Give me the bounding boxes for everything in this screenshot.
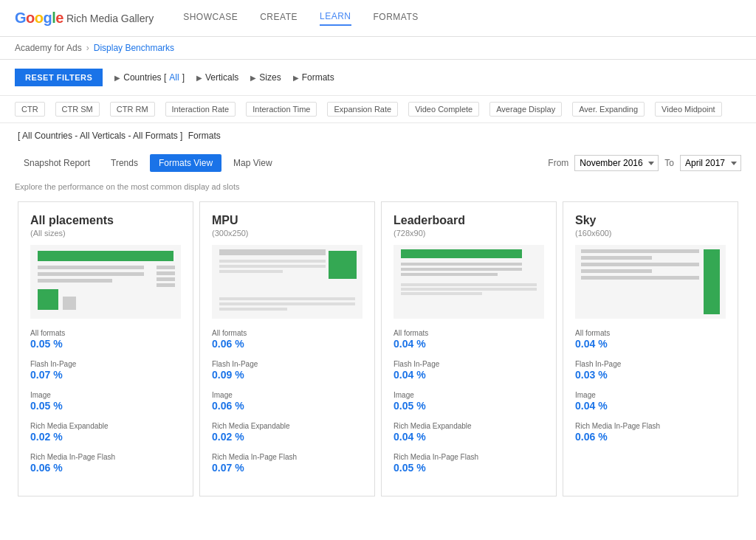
- stat-group-2-1: Flash In-Page 0.04 %: [394, 360, 544, 381]
- nav-create[interactable]: CREATE: [260, 12, 298, 25]
- subnav-snapshot[interactable]: Snapshot Report: [15, 154, 99, 172]
- card-title-2: Leaderboard: [394, 214, 544, 227]
- date-range: From November 2016 To April 2017: [548, 155, 741, 171]
- date-from-select[interactable]: November 2016: [574, 155, 659, 171]
- stat-group-2-0: All formats 0.04 %: [394, 329, 544, 350]
- stat-group-3-1: Flash In-Page 0.03 %: [575, 360, 726, 381]
- stat-group-0-2: Image 0.05 %: [30, 391, 181, 412]
- card-subtitle-2: (728x90): [394, 229, 544, 238]
- stat-group-3-3: Rich Media In-Page Flash 0.06 %: [575, 422, 726, 443]
- stat-label-3-0: All formats: [575, 329, 726, 337]
- subnav-map-view[interactable]: Map View: [224, 154, 281, 172]
- stat-label-1-2: Image: [212, 391, 362, 399]
- card-subtitle-0: (All sizes): [30, 229, 181, 238]
- stat-label-0-1: Flash In-Page: [30, 360, 181, 368]
- filter-verticals[interactable]: ▶ Verticals: [196, 72, 238, 83]
- google-logo: Google: [15, 10, 63, 27]
- stat-label-2-3: Rich Media Expandable: [394, 422, 544, 430]
- arrow-icon: ▶: [114, 74, 120, 82]
- arrow-icon-s: ▶: [250, 74, 256, 82]
- card-title-1: MPU: [212, 214, 362, 227]
- ad-mockup-3: [575, 245, 726, 319]
- stat-value-2-0: 0.04 %: [394, 338, 544, 350]
- stat-value-1-1: 0.09 %: [212, 369, 362, 381]
- filter-summary: [ All Countries - All Verticals - All Fo…: [0, 123, 756, 148]
- stat-label-1-3: Rich Media Expandable: [212, 422, 362, 430]
- stat-label-2-1: Flash In-Page: [394, 360, 544, 368]
- stat-label-1-0: All formats: [212, 329, 362, 337]
- filter-countries-value: All: [169, 72, 179, 83]
- stat-label-0-3: Rich Media Expandable: [30, 422, 181, 430]
- stat-group-0-0: All formats 0.05 %: [30, 329, 181, 350]
- date-from-label: From: [548, 158, 568, 168]
- stat-label-3-1: Flash In-Page: [575, 360, 726, 368]
- filter-countries-label: Countries [: [123, 72, 166, 83]
- stat-value-1-0: 0.06 %: [212, 338, 362, 350]
- metric-expansion-rate[interactable]: Expansion Rate: [327, 102, 398, 117]
- filter-formats-label: Formats: [302, 72, 334, 83]
- card-all-placements: All placements (All sizes) All formats 0…: [18, 201, 193, 496]
- stat-value-0-3: 0.02 %: [30, 431, 181, 443]
- metric-video-midpoint[interactable]: Video Midpoint: [655, 102, 722, 117]
- stat-value-0-4: 0.06 %: [30, 462, 181, 474]
- card-mpu: MPU (300x250) All formats 0.06 % Flash I…: [199, 201, 375, 496]
- metric-ctrrm[interactable]: CTR RM: [110, 102, 155, 117]
- filter-countries[interactable]: ▶ Countries [ All ]: [114, 72, 185, 83]
- metric-aver-expanding[interactable]: Aver. Expanding: [572, 102, 645, 117]
- stat-value-2-4: 0.05 %: [394, 462, 544, 474]
- stat-label-0-4: Rich Media In-Page Flash: [30, 453, 181, 461]
- stat-value-1-4: 0.07 %: [212, 462, 362, 474]
- filter-formats[interactable]: ▶ Formats: [293, 72, 334, 83]
- metric-interaction-time[interactable]: Interaction Time: [246, 102, 317, 117]
- stat-label-2-2: Image: [394, 391, 544, 399]
- stat-group-0-3: Rich Media Expandable 0.02 %: [30, 422, 181, 443]
- stat-value-3-3: 0.06 %: [575, 431, 726, 443]
- stat-value-0-1: 0.07 %: [30, 369, 181, 381]
- stat-value-3-2: 0.04 %: [575, 400, 726, 412]
- nav-formats[interactable]: FORMATS: [374, 12, 419, 25]
- stat-value-2-3: 0.04 %: [394, 431, 544, 443]
- stat-group-3-2: Image 0.04 %: [575, 391, 726, 412]
- stat-value-2-2: 0.05 %: [394, 400, 544, 412]
- metric-video-complete[interactable]: Video Complete: [408, 102, 479, 117]
- subnav-trends[interactable]: Trends: [102, 154, 147, 172]
- breadcrumb-current: Display Benchmarks: [94, 43, 174, 53]
- card-leaderboard: Leaderboard (728x90) All formats 0.04 % …: [381, 201, 557, 496]
- ad-mockup-1: [212, 245, 362, 319]
- stat-label-3-3: Rich Media In-Page Flash: [575, 422, 726, 430]
- stat-value-0-2: 0.05 %: [30, 400, 181, 412]
- stat-group-1-1: Flash In-Page 0.09 %: [212, 360, 362, 381]
- stat-value-0-0: 0.05 %: [30, 338, 181, 350]
- metric-ctr[interactable]: CTR: [15, 102, 45, 117]
- header: Google Rich Media Gallery SHOWCASE CREAT…: [0, 0, 756, 37]
- date-to-label: To: [664, 158, 674, 168]
- stat-value-1-2: 0.06 %: [212, 400, 362, 412]
- stat-group-2-2: Image 0.05 %: [394, 391, 544, 412]
- reset-filters-button[interactable]: RESET FILTERS: [15, 69, 103, 86]
- cards-grid: All placements (All sizes) All formats 0…: [0, 201, 756, 511]
- date-to-select[interactable]: April 2017: [680, 155, 741, 171]
- stat-label-1-1: Flash In-Page: [212, 360, 362, 368]
- stat-group-0-4: Rich Media In-Page Flash 0.06 %: [30, 453, 181, 474]
- stat-group-3-0: All formats 0.04 %: [575, 329, 726, 350]
- filter-sizes[interactable]: ▶ Sizes: [250, 72, 281, 83]
- stat-value-2-1: 0.04 %: [394, 369, 544, 381]
- card-sky: Sky (160x600) All formats 0.04 % Flash I…: [563, 201, 738, 496]
- stat-label-1-4: Rich Media In-Page Flash: [212, 453, 362, 461]
- metric-interaction-rate[interactable]: Interaction Rate: [165, 102, 236, 117]
- stat-group-1-4: Rich Media In-Page Flash 0.07 %: [212, 453, 362, 474]
- stat-label-2-0: All formats: [394, 329, 544, 337]
- stat-group-1-2: Image 0.06 %: [212, 391, 362, 412]
- stat-group-1-3: Rich Media Expandable 0.02 %: [212, 422, 362, 443]
- nav-learn[interactable]: LEARN: [320, 11, 351, 26]
- metric-ctrsm[interactable]: CTR SM: [55, 102, 100, 117]
- nav-showcase[interactable]: SHOWCASE: [183, 12, 238, 25]
- filter-summary-suffix: Formats: [188, 131, 221, 141]
- breadcrumb-separator: ›: [86, 43, 89, 53]
- breadcrumb-parent[interactable]: Academy for Ads: [15, 43, 82, 53]
- subnav-formats-view[interactable]: Formats View: [150, 154, 221, 172]
- stat-group-2-3: Rich Media Expandable 0.04 %: [394, 422, 544, 443]
- app-name: Rich Media Gallery: [66, 13, 154, 24]
- description-text: Explore the performance on the most comm…: [0, 178, 756, 201]
- metric-avg-display[interactable]: Average Display: [489, 102, 562, 117]
